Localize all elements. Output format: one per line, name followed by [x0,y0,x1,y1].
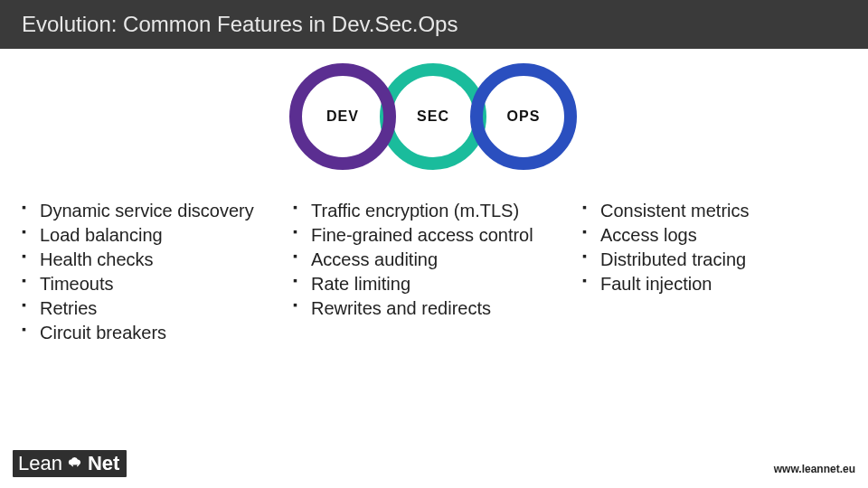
rings-stack: DEV SEC OPS [289,63,579,172]
slide: Evolution: Common Features in Dev.Sec.Op… [0,0,868,488]
ring-ops: OPS [470,63,577,170]
list-item: Distributed tracing [579,248,832,272]
list-item: Access auditing [289,248,579,272]
dev-feature-list: Dynamic service discovery Load balancing… [18,199,289,345]
column-sec: Traffic encryption (m.TLS) Fine-grained … [289,199,579,345]
brand-net-text: Net [88,452,119,475]
ring-sec-label: SEC [417,108,449,125]
list-item: Health checks [18,248,289,272]
brand-logo: Lean Net [13,450,127,477]
sec-feature-list: Traffic encryption (m.TLS) Fine-grained … [289,199,579,321]
cloud-swap-icon [67,455,83,472]
list-item: Traffic encryption (m.TLS) [289,199,579,223]
ops-feature-list: Consistent metrics Access logs Distribut… [579,199,832,296]
list-item: Timeouts [18,272,289,296]
footer-url: www.leannet.eu [774,463,855,475]
devsecops-rings: DEV SEC OPS [0,63,868,172]
list-item: Circuit breakers [18,321,289,345]
list-item: Dynamic service discovery [18,199,289,223]
list-item: Consistent metrics [579,199,832,223]
column-ops: Consistent metrics Access logs Distribut… [579,199,832,345]
ring-dev-label: DEV [326,108,359,125]
title-bar: Evolution: Common Features in Dev.Sec.Op… [0,0,868,49]
brand-glyph-icon [66,455,84,473]
list-item: Rate limiting [289,272,579,296]
list-item: Load balancing [18,223,289,248]
ring-dev: DEV [289,63,396,170]
list-item: Retries [18,296,289,321]
list-item: Access logs [579,223,832,248]
list-item: Fault injection [579,272,832,296]
column-dev: Dynamic service discovery Load balancing… [18,199,289,345]
slide-title: Evolution: Common Features in Dev.Sec.Op… [22,12,458,37]
list-item: Rewrites and redirects [289,296,579,321]
ring-ops-label: OPS [507,108,541,125]
list-item: Fine-grained access control [289,223,579,248]
feature-columns: Dynamic service discovery Load balancing… [18,199,850,345]
brand-lean-text: Lean [18,452,62,475]
